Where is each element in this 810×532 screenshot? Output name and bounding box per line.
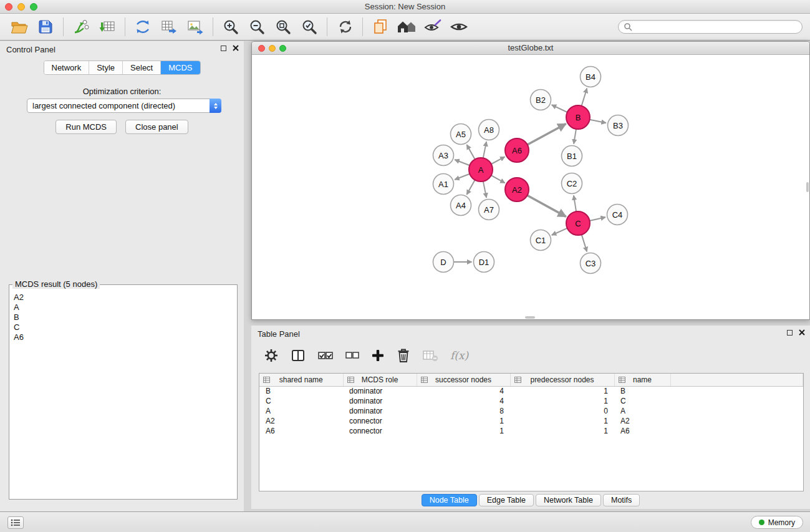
tab-node-table[interactable]: Node Table <box>422 494 477 506</box>
network-node-A7[interactable]: A7 <box>479 200 499 220</box>
mcds-result-item[interactable]: B <box>14 312 237 322</box>
select-all-button[interactable] <box>317 349 334 362</box>
clone-network-button[interactable] <box>130 16 156 38</box>
network-node-A1[interactable]: A1 <box>433 174 454 195</box>
network-node-C[interactable]: C <box>566 211 590 235</box>
home-button[interactable] <box>393 16 420 38</box>
tab-select[interactable]: Select <box>123 61 161 74</box>
open-file-button[interactable] <box>6 16 32 38</box>
network-node-B1[interactable]: B1 <box>562 146 582 167</box>
network-node-B4[interactable]: B4 <box>581 67 601 87</box>
table-row[interactable]: A2 connector 1 1 A2 <box>259 416 803 426</box>
deselect-all-button[interactable] <box>345 349 359 362</box>
close-window-button[interactable] <box>5 3 12 11</box>
cell-successor-nodes[interactable]: 4 <box>417 396 510 406</box>
edge-A-A1[interactable] <box>455 174 470 180</box>
network-node-C1[interactable]: C1 <box>531 230 551 251</box>
edge-C-C2[interactable] <box>574 195 576 211</box>
cell-successor-nodes[interactable]: 8 <box>417 406 510 416</box>
close-network-window-button[interactable] <box>258 45 265 52</box>
network-node-C3[interactable]: C3 <box>581 253 601 274</box>
cell-successor-nodes[interactable]: 4 <box>417 386 510 396</box>
network-node-B[interactable]: B <box>566 105 590 129</box>
edge-A-A5[interactable] <box>467 145 475 159</box>
network-node-A[interactable]: A <box>469 158 493 181</box>
search-input[interactable] <box>635 22 797 31</box>
hide-graphics-details-button[interactable] <box>420 16 446 38</box>
network-node-A8[interactable]: A8 <box>479 120 499 140</box>
cell-mcds-role[interactable]: connector <box>343 416 417 426</box>
cell-shared-name[interactable]: C <box>259 396 343 406</box>
table-row[interactable]: A6 connector 1 1 A6 <box>259 426 803 436</box>
edge-C-C1[interactable] <box>552 228 567 235</box>
cell-name[interactable]: A6 <box>614 426 670 436</box>
close-table-panel-icon[interactable] <box>799 329 805 336</box>
delete-row-button[interactable] <box>397 348 410 363</box>
cell-mcds-role[interactable]: dominator <box>343 406 417 416</box>
cell-shared-name[interactable]: A6 <box>259 426 343 436</box>
cell-predecessor-nodes[interactable]: 1 <box>510 386 614 396</box>
edge-A6-B[interactable] <box>528 124 566 145</box>
show-graphics-details-button[interactable] <box>446 16 472 38</box>
table-row[interactable]: B dominator 4 1 B <box>259 386 803 396</box>
edge-C-C4[interactable] <box>590 217 606 221</box>
import-table-file-button[interactable] <box>94 16 120 38</box>
tab-network-table[interactable]: Network Table <box>536 494 601 506</box>
column-header-successor-nodes[interactable]: successor nodes <box>417 374 510 386</box>
function-builder-button[interactable]: f(x) <box>450 349 468 362</box>
show-columns-button[interactable] <box>291 348 306 363</box>
cell-shared-name[interactable]: B <box>259 386 343 396</box>
save-session-button[interactable] <box>32 16 59 38</box>
maximize-network-window-button[interactable] <box>279 45 286 52</box>
cell-predecessor-nodes[interactable]: 1 <box>510 396 614 406</box>
network-node-C4[interactable]: C4 <box>607 205 628 225</box>
cell-mcds-role[interactable]: dominator <box>343 386 417 396</box>
import-network-file-button[interactable] <box>68 16 94 38</box>
cell-successor-nodes[interactable]: 1 <box>417 416 510 426</box>
edge-A-A3[interactable] <box>455 160 470 165</box>
zoom-out-button[interactable] <box>244 16 270 38</box>
close-panel-icon[interactable] <box>233 45 239 51</box>
mcds-result-item[interactable]: A <box>14 302 237 312</box>
network-node-A3[interactable]: A3 <box>433 145 454 166</box>
cell-predecessor-nodes[interactable]: 1 <box>510 426 614 436</box>
network-node-B3[interactable]: B3 <box>608 115 629 136</box>
edge-A-A4[interactable] <box>467 180 475 195</box>
cell-name[interactable]: C <box>614 396 670 406</box>
add-row-button[interactable] <box>371 349 385 362</box>
cell-mcds-role[interactable]: dominator <box>343 396 417 406</box>
minimize-window-button[interactable] <box>17 3 25 11</box>
cell-mcds-role[interactable]: connector <box>343 426 417 436</box>
cell-shared-name[interactable]: A2 <box>259 416 343 426</box>
network-canvas[interactable]: AA1A2A3A4A5A6A7A8BB1B2B3B4CC1C2C3C4DD1 <box>252 55 809 319</box>
edge-B-B1[interactable] <box>574 129 576 144</box>
criterion-dropdown[interactable]: largest connected component (directed) <box>27 99 221 113</box>
mcds-result-item[interactable]: A2 <box>14 293 237 302</box>
maximize-window-button[interactable] <box>30 3 37 11</box>
table-row[interactable]: C dominator 4 1 C <box>259 396 803 406</box>
refresh-view-button[interactable] <box>332 16 358 38</box>
edge-A-A2[interactable] <box>491 175 505 183</box>
column-header-name[interactable]: name <box>614 374 670 386</box>
edge-A-A6[interactable] <box>491 157 505 164</box>
close-panel-button[interactable]: Close panel <box>125 120 188 134</box>
search-field[interactable] <box>618 20 803 34</box>
zoom-in-button[interactable] <box>218 16 244 38</box>
duplicate-button[interactable] <box>367 16 393 38</box>
vertical-scrollbar[interactable] <box>806 182 809 192</box>
edge-B-B3[interactable] <box>590 120 606 123</box>
column-header-mcds-role[interactable]: MCDS role <box>343 374 417 386</box>
cell-name[interactable]: A2 <box>614 416 670 426</box>
delete-column-button[interactable] <box>422 349 438 362</box>
network-node-B2[interactable]: B2 <box>531 90 551 110</box>
network-node-A5[interactable]: A5 <box>451 124 471 145</box>
table-settings-button[interactable] <box>264 348 279 363</box>
network-node-A2[interactable]: A2 <box>505 178 529 201</box>
edge-A-A7[interactable] <box>483 181 486 198</box>
tab-network[interactable]: Network <box>44 61 89 74</box>
edge-A-A8[interactable] <box>483 142 486 158</box>
cell-successor-nodes[interactable]: 1 <box>417 426 510 436</box>
horizontal-scrollbar[interactable] <box>525 316 535 319</box>
network-node-A4[interactable]: A4 <box>451 195 471 216</box>
network-node-A6[interactable]: A6 <box>505 138 529 162</box>
